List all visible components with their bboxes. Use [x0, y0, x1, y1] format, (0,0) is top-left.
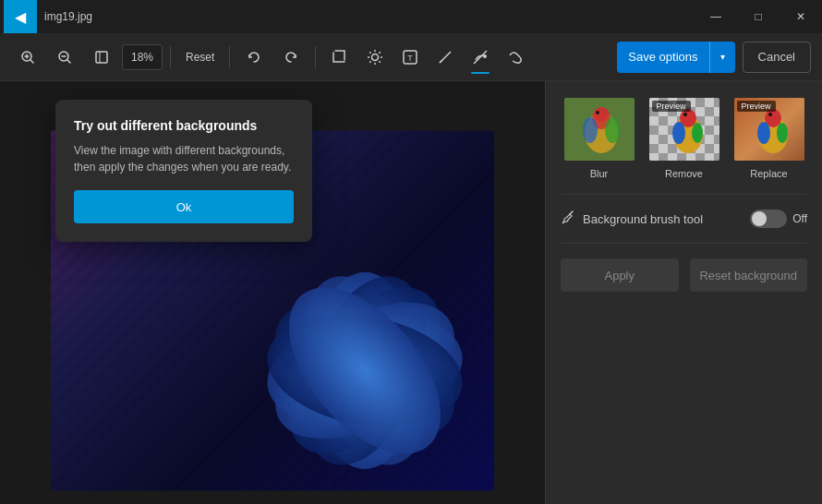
bg-thumb-blur — [562, 96, 636, 162]
svg-rect-50 — [705, 116, 714, 126]
svg-line-79 — [570, 211, 573, 214]
svg-rect-51 — [659, 126, 668, 135]
svg-rect-45 — [695, 107, 705, 116]
brush-tool-row: Background brush tool Off — [561, 210, 807, 228]
toolbar-left: 18% Reset T — [11, 41, 613, 74]
svg-point-9 — [372, 54, 379, 60]
toolbar-right: Save options ▾ Cancel — [617, 42, 811, 73]
svg-point-36 — [595, 107, 608, 122]
maximize-button[interactable]: □ — [737, 0, 780, 33]
svg-line-15 — [380, 61, 381, 62]
apply-button[interactable]: Apply — [561, 258, 679, 292]
dialog-body: View the image with different background… — [74, 142, 294, 175]
zoom-level-input[interactable]: 18% — [122, 44, 163, 70]
fit-button[interactable] — [85, 41, 118, 74]
toolbar-divider-3 — [315, 46, 316, 68]
title-bar: ◀ img19.jpg — □ ✕ — [0, 0, 822, 33]
svg-rect-42 — [705, 98, 714, 107]
svg-rect-58 — [705, 135, 714, 144]
dialog-title: Try out different backgrounds — [74, 118, 294, 133]
back-arrow-icon: ◀ — [15, 8, 26, 26]
svg-rect-65 — [686, 153, 695, 162]
brush-tool-label: Background brush tool — [583, 212, 743, 226]
panel-separator-2 — [561, 243, 807, 244]
bg-label-blur: Blur — [590, 168, 609, 179]
bg-remove-tool-button[interactable] — [464, 41, 497, 74]
svg-point-37 — [596, 111, 599, 114]
replace-preview-badge: Preview — [737, 101, 776, 112]
background-dialog: Try out different backgrounds View the i… — [55, 100, 312, 242]
bg-thumb-replace: Preview — [732, 96, 806, 162]
svg-line-16 — [380, 52, 381, 53]
undo-button[interactable] — [237, 41, 271, 74]
tool-icons-row: T — [323, 41, 532, 74]
bg-option-blur[interactable]: Blur — [562, 96, 636, 179]
toggle-thumb — [752, 211, 767, 226]
svg-rect-59 — [659, 144, 668, 153]
brush-tool-toggle[interactable]: Off — [750, 210, 807, 228]
svg-point-34 — [583, 117, 598, 143]
toolbar: 18% Reset T — [0, 33, 822, 81]
save-options-label: Save options — [617, 50, 708, 64]
toolbar-divider-2 — [229, 46, 230, 68]
brush-icon — [561, 210, 575, 228]
toggle-state-label: Off — [792, 212, 807, 225]
svg-rect-62 — [714, 144, 721, 153]
svg-line-1 — [30, 60, 33, 63]
svg-point-70 — [692, 123, 703, 143]
text-tool-button[interactable]: T — [393, 41, 427, 74]
redo-button[interactable] — [274, 41, 308, 74]
svg-rect-47 — [649, 116, 659, 126]
svg-rect-55 — [649, 135, 659, 144]
svg-point-69 — [672, 122, 685, 144]
svg-point-21 — [483, 54, 487, 58]
more-tools-button[interactable] — [499, 41, 532, 74]
window-title: img19.jpg — [44, 10, 92, 23]
save-options-button[interactable]: Save options ▾ — [617, 42, 734, 73]
crop-tool-button[interactable] — [323, 41, 357, 74]
brightness-tool-button[interactable] — [358, 41, 392, 74]
remove-preview-badge: Preview — [652, 101, 691, 112]
bg-option-remove[interactable]: Preview Remove — [647, 96, 721, 179]
bg-label-remove: Remove — [665, 168, 703, 179]
win11-flower-graphic — [217, 223, 494, 491]
cancel-button[interactable]: Cancel — [743, 42, 811, 73]
svg-rect-54 — [714, 126, 721, 135]
toolbar-divider-1 — [170, 46, 171, 68]
save-options-chevron-icon: ▾ — [709, 42, 735, 73]
reset-button[interactable]: Reset — [178, 47, 222, 67]
zoom-out-button[interactable] — [48, 41, 81, 74]
bg-label-replace: Replace — [750, 168, 787, 179]
svg-rect-7 — [96, 52, 107, 63]
svg-point-78 — [768, 113, 772, 116]
dialog-ok-button[interactable]: Ok — [74, 190, 294, 223]
parrot-blur-svg — [564, 98, 636, 162]
svg-text:T: T — [408, 54, 414, 63]
svg-point-71 — [683, 113, 687, 116]
minimize-button[interactable]: — — [695, 0, 737, 33]
svg-rect-66 — [705, 153, 714, 162]
svg-point-77 — [777, 123, 788, 143]
svg-point-76 — [757, 122, 770, 144]
main-content: Try out different backgrounds View the i… — [0, 81, 822, 504]
svg-line-20 — [440, 60, 442, 63]
svg-rect-46 — [714, 107, 721, 116]
pen-tool-button[interactable] — [429, 41, 462, 74]
svg-line-5 — [67, 60, 70, 63]
bg-thumb-remove: Preview — [647, 96, 721, 162]
zoom-in-button[interactable] — [11, 41, 44, 74]
canvas-area: Try out different backgrounds View the i… — [0, 81, 545, 504]
svg-rect-64 — [668, 153, 677, 162]
reset-background-button[interactable]: Reset background — [690, 258, 808, 292]
bg-option-replace[interactable]: Preview Replace — [732, 96, 806, 179]
app-icon: ◀ — [4, 0, 37, 33]
panel-separator — [561, 194, 807, 195]
svg-rect-63 — [649, 153, 659, 162]
background-options: Blur — [561, 96, 807, 179]
close-button[interactable]: ✕ — [780, 0, 822, 33]
title-bar-controls: — □ ✕ — [695, 0, 822, 33]
svg-line-14 — [370, 52, 371, 53]
toggle-track[interactable] — [750, 210, 787, 228]
action-buttons: Apply Reset background — [561, 258, 807, 292]
svg-line-17 — [370, 61, 371, 62]
